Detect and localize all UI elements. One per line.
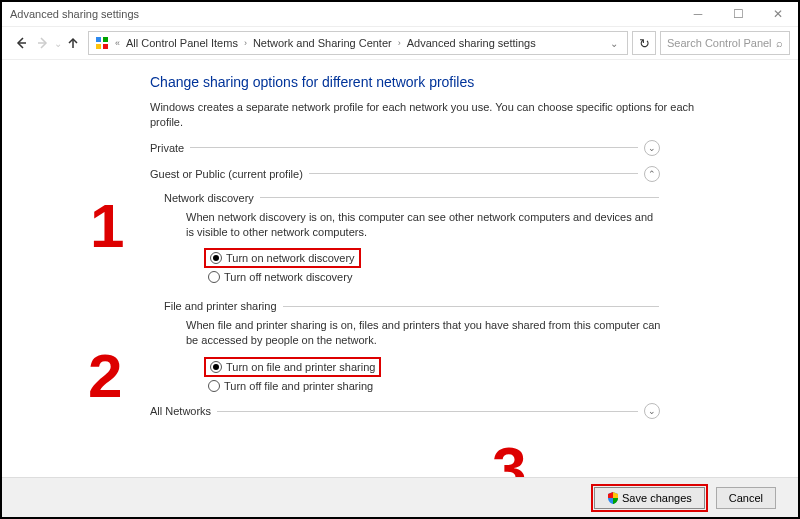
chevron-down-icon[interactable]: ⌄ — [644, 140, 660, 156]
search-placeholder: Search Control Panel — [667, 37, 772, 49]
up-button[interactable] — [62, 32, 84, 54]
annotation-3: 3 — [492, 433, 526, 477]
profile-guest[interactable]: Guest or Public (current profile) ⌃ — [150, 166, 660, 182]
radio-label: Turn on file and printer sharing — [226, 361, 375, 373]
page-title: Change sharing options for different net… — [150, 74, 798, 90]
chevron-left-icon[interactable]: « — [113, 38, 122, 48]
radio-fps-off[interactable]: Turn off file and printer sharing — [208, 377, 798, 395]
titlebar: Advanced sharing settings ─ ☐ ✕ — [2, 2, 798, 26]
save-button-label: Save changes — [622, 492, 692, 504]
back-button[interactable] — [10, 32, 32, 54]
radio-icon — [208, 271, 220, 283]
minimize-button[interactable]: ─ — [678, 2, 718, 26]
chevron-down-icon[interactable]: ⌄ — [644, 403, 660, 419]
svg-rect-5 — [96, 44, 101, 49]
radio-label: Turn off network discovery — [224, 271, 352, 283]
highlight-save-button: Save changes — [591, 484, 708, 512]
highlight-fps-on: Turn on file and printer sharing — [204, 357, 381, 377]
profile-private-label: Private — [150, 142, 184, 154]
cancel-button-label: Cancel — [729, 492, 763, 504]
profile-all-networks[interactable]: All Networks ⌄ — [150, 403, 660, 419]
network-discovery-heading: Network discovery — [164, 192, 254, 204]
breadcrumb-item-2[interactable]: Advanced sharing settings — [407, 37, 536, 49]
radio-network-discovery-on[interactable]: Turn on network discovery — [210, 249, 355, 267]
divider — [260, 197, 659, 198]
nav-arrows: ⌄ — [10, 32, 84, 54]
svg-rect-4 — [103, 37, 108, 42]
breadcrumb-item-1[interactable]: Network and Sharing Center — [253, 37, 392, 49]
window: Advanced sharing settings ─ ☐ ✕ ⌄ « — [0, 0, 800, 519]
chevron-right-icon: › — [242, 38, 249, 48]
highlight-network-discovery-on: Turn on network discovery — [204, 248, 361, 268]
close-button[interactable]: ✕ — [758, 2, 798, 26]
annotation-1: 1 — [90, 190, 124, 261]
addressbar[interactable]: « All Control Panel Items › Network and … — [88, 31, 628, 55]
radio-label: Turn on network discovery — [226, 252, 355, 264]
radio-icon — [208, 380, 220, 392]
profile-guest-label: Guest or Public (current profile) — [150, 168, 303, 180]
chevron-up-icon[interactable]: ⌃ — [644, 166, 660, 182]
radio-icon — [210, 361, 222, 373]
refresh-button[interactable]: ↻ — [632, 31, 656, 55]
annotation-2: 2 — [88, 340, 122, 411]
window-title: Advanced sharing settings — [10, 8, 139, 20]
forward-button[interactable] — [32, 32, 54, 54]
network-discovery-desc: When network discovery is on, this compu… — [186, 210, 661, 240]
radio-icon — [210, 252, 222, 264]
buttonbar: Save changes Cancel — [2, 477, 798, 517]
divider — [190, 147, 638, 148]
profile-private[interactable]: Private ⌄ — [150, 140, 660, 156]
address-dropdown-icon[interactable]: ⌄ — [607, 38, 621, 49]
divider — [283, 306, 659, 307]
search-icon: ⌕ — [776, 37, 783, 49]
divider — [309, 173, 638, 174]
svg-rect-6 — [103, 44, 108, 49]
file-printer-sharing-desc: When file and printer sharing is on, fil… — [186, 318, 661, 348]
window-controls: ─ ☐ ✕ — [678, 2, 798, 26]
page-intro: Windows creates a separate network profi… — [150, 100, 700, 130]
file-printer-sharing-group: File and printer sharing When file and p… — [150, 300, 798, 395]
search-input[interactable]: Search Control Panel ⌕ — [660, 31, 790, 55]
profile-all-label: All Networks — [150, 405, 211, 417]
chevron-right-icon: › — [396, 38, 403, 48]
save-button[interactable]: Save changes — [594, 487, 705, 509]
divider — [217, 411, 638, 412]
maximize-button[interactable]: ☐ — [718, 2, 758, 26]
navbar: ⌄ « All Control Panel Items › Network an… — [2, 26, 798, 60]
content: 1 2 3 Change sharing options for differe… — [2, 60, 798, 477]
file-printer-sharing-heading: File and printer sharing — [164, 300, 277, 312]
svg-rect-3 — [96, 37, 101, 42]
cancel-button[interactable]: Cancel — [716, 487, 776, 509]
radio-label: Turn off file and printer sharing — [224, 380, 373, 392]
network-discovery-group: Network discovery When network discovery… — [150, 192, 798, 287]
breadcrumb-item-0[interactable]: All Control Panel Items — [126, 37, 238, 49]
radio-fps-on[interactable]: Turn on file and printer sharing — [210, 358, 375, 376]
radio-network-discovery-off[interactable]: Turn off network discovery — [208, 268, 798, 286]
window-title-wrap: Advanced sharing settings — [10, 8, 139, 20]
control-panel-icon — [95, 36, 109, 50]
recent-dropdown-icon[interactable]: ⌄ — [54, 38, 62, 49]
uac-shield-icon — [607, 492, 619, 504]
